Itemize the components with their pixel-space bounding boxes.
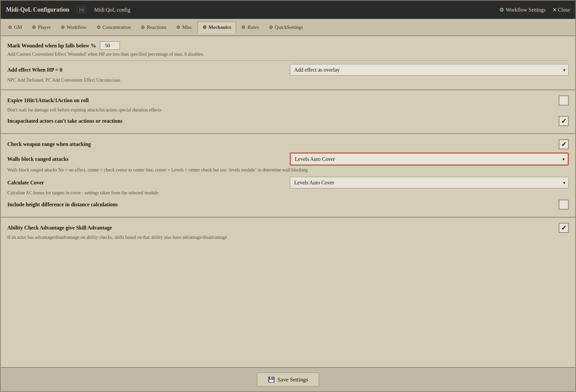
calculate-cover-desc: Calculate AC bonus for targets in cover … [7, 190, 569, 196]
walls-block-desc: Walls block ranged attacks No = no effec… [7, 167, 569, 173]
incapacitated-row-wrapper: Incapacitated actors can't take actions … [7, 116, 569, 126]
incapacitated-checkmark: ✓ [561, 117, 567, 125]
reactions-icon: ⚙ [141, 25, 145, 30]
walls-block-label: Walls block ranged attacks [7, 156, 68, 162]
tab-quicksettings-label: QuickSettings [275, 25, 303, 30]
weapon-range-checkmark: ✓ [561, 140, 567, 148]
divider-1 [7, 60, 569, 61]
footer: 💾 Save Settings [1, 367, 575, 391]
hp-zero-desc: NPC Add Defeated, PC Add Convenient Effe… [7, 78, 569, 83]
config-label: Midi QoL config [94, 7, 130, 13]
walls-block-select-wrapper: Levels Auto Cover No center center + Lev… [290, 153, 569, 165]
concentration-icon: ⚙ [97, 25, 101, 30]
wounded-row: Mark Wounded when hp falls below % [7, 41, 569, 50]
workflow-settings-label: Workflow Settings [506, 7, 546, 13]
expire-desc: Don't wait for damage roll before expiri… [7, 107, 569, 113]
hp-zero-row: Add effect When HP = 0 Add effect as ove… [7, 64, 569, 76]
weapon-range-label: Check weapon range when attacking [7, 141, 91, 147]
workflow-gear-icon: ⚙ [499, 7, 504, 13]
hp-zero-label: Add effect When HP = 0 [7, 67, 62, 73]
height-diff-row: Include height difference in distance ca… [7, 200, 569, 210]
misc-icon: ⚙ [176, 25, 181, 30]
wounded-input[interactable] [100, 41, 120, 50]
height-diff-label: Include height difference in distance ca… [7, 202, 118, 208]
workflow-settings-button[interactable]: ⚙ Workflow Settings [499, 7, 546, 13]
expire-row: Expire 1Hit/1Attack/1Action on roll [7, 96, 569, 105]
tab-rules-label: Rules [247, 25, 259, 30]
title-bar: Midi-QoL Configuration [9] Midi QoL conf… [1, 1, 575, 19]
walls-block-select[interactable]: Levels Auto Cover No center center + Lev… [290, 153, 568, 165]
calculate-cover-select[interactable]: Levels Auto Cover None center DFreds Cov… [290, 177, 569, 188]
tab-reactions[interactable]: ⚙ Reactions [136, 22, 171, 33]
tab-mechanics-label: Mechanics [208, 25, 231, 30]
mechanics-icon: ⚙ [203, 25, 207, 30]
ability-check-label: Ability Check Advantage give Skill Advan… [7, 225, 112, 231]
title-bar-left: Midi-QoL Configuration [9] Midi QoL conf… [6, 6, 130, 13]
save-icon: 💾 [268, 376, 275, 383]
tab-gm[interactable]: ⚙ GM [3, 22, 27, 33]
height-diff-row-wrapper: Include height difference in distance ca… [7, 200, 569, 210]
title-bar-right: ⚙ Workflow Settings ✕ Close [499, 7, 570, 13]
section-expire: Expire 1Hit/1Attack/1Action on roll Don'… [1, 90, 575, 134]
tab-gm-label: GM [14, 25, 22, 30]
hp-zero-select[interactable]: Add effect as overlay Add effect None [290, 64, 569, 76]
ability-check-desc: If an actor has advantage/disadvatnage o… [7, 235, 569, 240]
close-button[interactable]: ✕ Close [552, 7, 570, 13]
walls-block-row: Walls block ranged attacks Levels Auto C… [7, 153, 569, 165]
incapacitated-checkbox[interactable]: ✓ [559, 116, 569, 126]
version-badge: [9] [77, 7, 86, 13]
workflow-icon: ⚙ [61, 25, 65, 30]
calculate-cover-select-wrapper: Levels Auto Cover None center DFreds Cov… [290, 177, 569, 188]
ability-check-row: Ability Check Advantage give Skill Advan… [7, 223, 569, 233]
tab-workflow[interactable]: ⚙ Workflow [56, 22, 91, 33]
weapon-range-row: Check weapon range when attacking ✓ [7, 139, 569, 149]
tab-concentration[interactable]: ⚙ Concentration [92, 22, 135, 33]
close-icon: ✕ [552, 7, 557, 13]
height-diff-checkbox[interactable] [559, 200, 569, 210]
wounded-label: Mark Wounded when hp falls below % [7, 43, 96, 49]
tab-reactions-label: Reactions [147, 25, 166, 30]
wounded-label-row: Mark Wounded when hp falls below % [7, 41, 120, 50]
rules-icon: ⚙ [241, 25, 246, 30]
section-range: Check weapon range when attacking ✓ Wall… [1, 134, 575, 218]
incapacitated-row: Incapacitated actors can't take actions … [7, 116, 569, 126]
section-ability: Ability Check Advantage give Skill Advan… [1, 218, 575, 247]
ability-check-checkbox[interactable]: ✓ [559, 223, 569, 233]
walls-block-row-wrapper: Walls block ranged attacks Levels Auto C… [7, 153, 569, 165]
tab-misc-label: Misc [182, 25, 192, 30]
weapon-range-checkbox[interactable]: ✓ [559, 139, 569, 149]
content-area: Mark Wounded when hp falls below % Add C… [1, 36, 575, 367]
tab-misc[interactable]: ⚙ Misc [172, 22, 197, 33]
tab-rules[interactable]: ⚙ Rules [237, 22, 263, 33]
quicksettings-icon: ⚙ [269, 25, 273, 30]
app-title: Midi-QoL Configuration [6, 6, 69, 13]
tab-quicksettings[interactable]: ⚙ QuickSettings [264, 22, 308, 33]
tab-workflow-label: Workflow [67, 25, 87, 30]
expire-label: Expire 1Hit/1Attack/1Action on roll [7, 98, 89, 103]
calculate-cover-row: Calculate Cover Levels Auto Cover None c… [7, 177, 569, 188]
incapacitated-label: Incapacitated actors can't take actions … [7, 118, 123, 124]
gm-icon: ⚙ [8, 25, 12, 30]
ability-check-checkmark: ✓ [561, 224, 567, 232]
tab-concentration-label: Concentration [103, 25, 131, 30]
save-settings-button[interactable]: 💾 Save Settings [257, 372, 319, 387]
save-label: Save Settings [278, 376, 308, 383]
nav-tabs: ⚙ GM ⚙ Player ⚙ Workflow ⚙ Concentration… [1, 19, 575, 36]
main-window: Midi-QoL Configuration [9] Midi QoL conf… [0, 0, 576, 392]
expire-checkbox[interactable] [559, 96, 569, 105]
close-label: Close [558, 7, 570, 13]
tab-player-label: Player [38, 25, 50, 30]
tab-mechanics[interactable]: ⚙ Mechanics [198, 22, 236, 33]
wounded-desc: Add Custom Convenient Effect 'Wounded' w… [7, 52, 569, 57]
calculate-cover-row-wrapper: Calculate Cover Levels Auto Cover None c… [7, 177, 569, 196]
tab-player[interactable]: ⚙ Player [27, 22, 55, 33]
player-icon: ⚙ [32, 25, 36, 30]
calculate-cover-label: Calculate Cover [7, 180, 44, 186]
section-wounded: Mark Wounded when hp falls below % Add C… [1, 36, 575, 90]
hp-zero-select-wrapper: Add effect as overlay Add effect None ▾ [290, 64, 569, 76]
